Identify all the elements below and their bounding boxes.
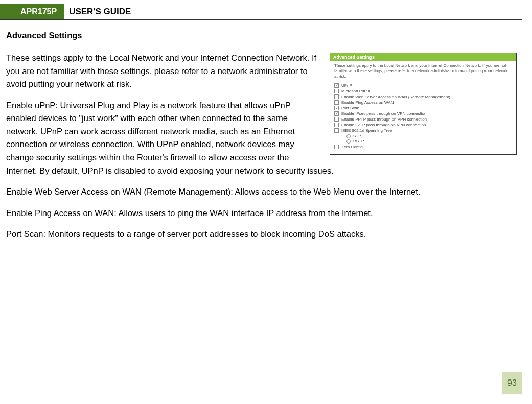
list-item: UPnP <box>334 83 512 88</box>
screenshot-options-list: UPnP Microsoft PnP X Enable Web Server A… <box>330 83 516 154</box>
paragraph-ping: Enable Ping Access on WAN: Allows users … <box>6 207 517 220</box>
list-item: Zero Config <box>334 145 512 149</box>
checkbox-icon <box>334 106 339 110</box>
checkbox-icon <box>334 123 339 127</box>
list-item: Enable Web Server Access on WAN (Remote … <box>334 94 512 99</box>
screenshot-description: These settings apply to the Local Networ… <box>330 61 516 82</box>
paragraph-portscan: Port Scan: Monitors requests to a range … <box>6 228 517 241</box>
checkbox-icon <box>334 145 339 149</box>
list-item: Microsoft PnP X <box>334 89 512 93</box>
list-item: IEEE 802.1d Spanning Tree <box>334 128 512 133</box>
document-header: APR175P USER'S GUIDE <box>0 4 522 20</box>
checkbox-icon <box>334 111 339 116</box>
list-item: Enable Ping Access on WAN <box>334 100 512 105</box>
list-item: STP <box>346 134 512 138</box>
settings-screenshot: Advanced Settings These settings apply t… <box>330 53 517 155</box>
radio-icon <box>346 134 351 138</box>
checkbox-icon <box>334 89 339 93</box>
screenshot-sub-list: STP RSTP <box>334 134 512 144</box>
checkbox-icon <box>334 83 339 88</box>
list-item: Enable IPsec pass through on VPN connect… <box>334 111 512 116</box>
list-item: RSTP <box>346 139 512 144</box>
checkbox-icon <box>334 128 339 133</box>
section-title: Advanced Settings <box>6 31 517 40</box>
list-item: Enable L2TP pass through on VPN connecti… <box>334 123 512 127</box>
screenshot-header: Advanced Settings <box>330 53 516 61</box>
radio-icon <box>346 139 351 144</box>
page-number: 93 <box>502 372 522 394</box>
paragraph-webserver: Enable Web Server Access on WAN (Remote … <box>6 185 517 199</box>
checkbox-icon <box>334 117 339 122</box>
checkbox-icon <box>334 94 339 99</box>
product-badge: APR175P <box>0 4 64 19</box>
document-title: USER'S GUIDE <box>64 7 131 17</box>
checkbox-icon <box>334 100 339 105</box>
document-content: Advanced Settings Advanced Settings Thes… <box>0 20 532 241</box>
list-item: Enable PPTP pass through on VPN connecti… <box>334 117 512 122</box>
list-item: Port Scan <box>334 106 512 110</box>
